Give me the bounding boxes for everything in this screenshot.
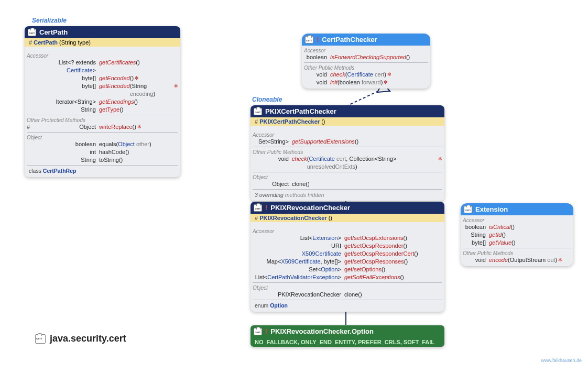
option-values: NO_FALLBACK, ONLY_END_ENTITY, PREFER_CRL… [251,337,444,347]
row-check: voidcheck (Certificate cert)✻ [304,71,428,79]
cert-icon [35,334,46,344]
credit-link[interactable]: www.falkhausen.de [541,358,582,363]
row-clone: Objectclone () [253,180,442,188]
stereotype-serializable: Serializable [32,17,67,24]
row-ocsprespcert: X509Certificateget/setOcspResponderCert … [253,250,442,258]
class-certpath: CertPath # CertPath (String type) Access… [25,26,180,177]
enum-option: ! PKIXRevocationChecker.Option NO_FALLBA… [251,325,444,347]
pkixrc-inner: enum Option [253,301,442,310]
pkixrc-title: PKIXRevocationChecker [270,204,350,212]
row-getencoded1: byte[]getEncoded ()✻ [27,74,178,82]
cert-icon [254,328,262,335]
pkixrc-sec-acc: Accessor [253,227,442,234]
certpath-header: CertPath [25,26,180,38]
row-tostring: StringtoString () [27,156,178,164]
row-getid: StringgetId () [463,231,571,239]
interface-certpathchecker: ! CertPathChecker Accessor booleanisForw… [302,34,430,89]
cpc-header: ! CertPathChecker [302,34,430,46]
row-hashcode: inthashCode () [27,148,178,156]
row-options: Set<Option>get/setOptions () [253,266,442,273]
row-isfwd: booleanisForwardCheckingSupported () [304,53,428,61]
exclaim-icon: ! [265,327,267,335]
sec-accessor: Accessor [27,52,178,59]
certpath-inner: class CertPathRep [27,167,178,175]
cpc-title: CertPathChecker [322,36,377,43]
row-getsuppext: Set<String>getSupportedExtensions () [253,138,442,146]
pkixrc-header: ! PKIXRevocationChecker [251,202,444,214]
row-ocspresps: Map<X509Certificate, byte[]>get/setOcspR… [253,258,442,266]
ext-sec-other: Other Public Methods [463,249,571,256]
svg-line-0 [346,89,383,106]
cert-icon [254,108,262,115]
pkixcpc-header: PKIXCertPathChecker [251,105,444,117]
package-label: java.security.cert [35,333,126,344]
class-pkixcertpathchecker: PKIXCertPathChecker # PKIXCertPathChecke… [251,105,444,201]
row-encode: voidencode (OutputStream out)✻ [463,256,571,264]
ext-title: Extension [475,205,508,213]
pkixrc-ctor: # PKIXRevocationChecker () [251,214,444,222]
pkixcpc-sec-obj: Object [253,173,442,180]
package-name: java.security.cert [50,333,126,344]
cert-icon [305,36,313,43]
cert-icon [254,204,262,212]
row-gettype: StringgetType () [27,106,178,114]
stereotype-cloneable: Cloneable [252,96,282,103]
cert-icon [464,206,472,213]
pkixcpc-title: PKIXCertPathChecker [265,107,336,115]
certpath-ctor-name: CertPath [34,39,58,46]
sec-object: Object [27,134,178,140]
row-equals: booleanequals (Object other) [27,140,178,148]
row-clone2: PKIXRevocationCheckerclone () [253,291,442,299]
pkixcpc-ctor: # PKIXCertPathChecker () [251,117,444,126]
pkixcpc-body: Accessor Set<String>getSupportedExtensio… [251,126,444,201]
row-getcertificates: List<? extends Certificate>getCertificat… [27,59,178,74]
cpc-sec-acc: Accessor [304,47,428,53]
class-pkixrevocationchecker: ! PKIXRevocationChecker # PKIXRevocation… [251,202,444,312]
ext-sec-acc: Accessor [463,216,571,223]
exclaim-icon: ! [265,204,267,212]
cpc-body: Accessor booleanisForwardCheckingSupport… [302,46,430,89]
exclaim-icon: ! [317,36,319,43]
row-iscrit: booleanisCritical () [463,223,571,231]
ext-body: Accessor booleanisCritical () StringgetI… [461,215,573,266]
row-check2: voidcheck (Certificate cert, Collection<… [253,155,442,171]
row-ocspresp: URIget/setOcspResponder () [253,242,442,250]
row-ocspext: List<Extension>get/setOcspExtensions () [253,234,442,242]
pkixcpc-overriding: 3 overriding 3 overriding methods hidden… [253,191,442,199]
row-getencodings: Iterator<String>getEncodings () [27,98,178,106]
row-softfail: List<CertPathValidatorException>getSoftF… [253,273,442,281]
ext-header: Extension [461,203,573,215]
option-title: PKIXRevocationChecker.Option [270,327,374,335]
certpath-body: Accessor List<? extends Certificate>getC… [25,47,180,177]
cert-icon [28,29,36,36]
row-writereplace: #ObjectwriteReplace ()✻ [27,123,178,131]
certpath-title: CertPath [39,28,68,36]
pkixcpc-sec-acc: Accessor [253,131,442,138]
pkixcpc-sec-other: Other Public Methods [253,148,442,155]
certpath-ctor: # CertPath (String type) [25,38,180,47]
option-header: ! PKIXRevocationChecker.Option [251,325,444,337]
row-getval: byte[]getValue () [463,239,571,247]
sec-otherprot: Other Protected Methods [27,116,178,123]
interface-extension: Extension Accessor booleanisCritical () … [461,203,573,266]
cpc-sec-other: Other Public Methods [304,64,428,71]
row-init: voidinit (boolean forward)✻ [304,79,428,86]
certpath-ctor-params: (String type) [59,39,91,46]
pkixrc-body: Accessor List<Extension>get/setOcspExten… [251,222,444,312]
row-getencoded2: byte[]getEncoded (String encoding)✻ [27,82,178,98]
pkixrc-sec-obj: Object [253,284,442,291]
